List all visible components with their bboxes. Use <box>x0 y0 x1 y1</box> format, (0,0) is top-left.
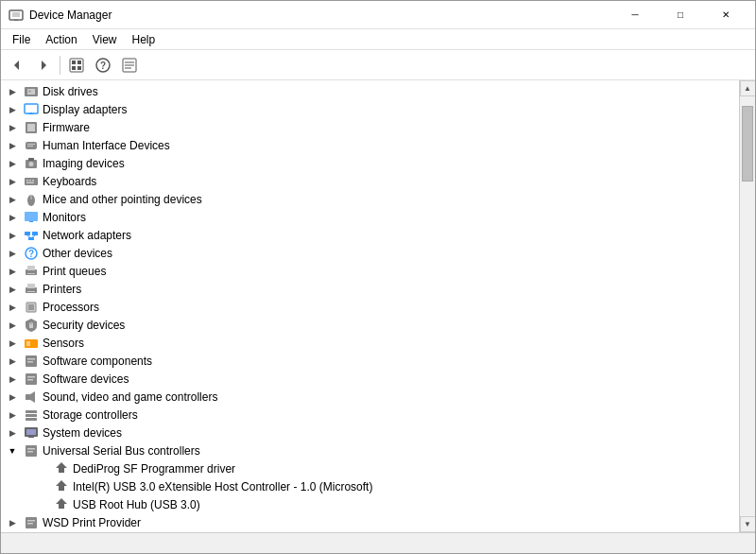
expand-arrow[interactable]: ▶ <box>5 407 20 423</box>
disk-drives-label: Disk drives <box>43 85 98 98</box>
processors-icon <box>24 300 39 315</box>
svg-rect-31 <box>26 180 28 182</box>
tree-item-usb-3[interactable]: USB Root Hub (USB 3.0) <box>1 495 739 513</box>
expand-arrow[interactable]: ▶ <box>5 425 20 441</box>
svg-rect-71 <box>26 429 36 435</box>
sound-icon <box>24 390 39 405</box>
tree-view-button[interactable] <box>64 53 89 78</box>
svg-rect-1 <box>12 12 20 17</box>
tree-item-software-devices[interactable]: ▶Software devices <box>1 370 739 388</box>
toolbar: ? <box>1 50 755 80</box>
tree-item-keyboards[interactable]: ▶Keyboards <box>1 172 739 190</box>
tree-item-storage[interactable]: ▶Storage controllers <box>1 406 739 424</box>
usb-icon <box>24 443 39 459</box>
tree-item-imaging[interactable]: ▶Imaging devices <box>1 154 739 172</box>
tree-item-sound[interactable]: ▶Sound, video and game controllers <box>1 388 739 406</box>
tree-item-processors[interactable]: ▶Processors <box>1 298 739 316</box>
expand-arrow[interactable]: ▶ <box>5 210 20 225</box>
tree-panel[interactable]: ▶Disk drives▶Display adapters▶Firmware▶H… <box>1 80 739 532</box>
expand-arrow[interactable] <box>35 461 50 476</box>
usb-3-icon <box>54 497 69 512</box>
tree-item-monitors[interactable]: ▶Monitors <box>1 208 739 226</box>
tree-item-print-queues[interactable]: ▶Print queues <box>1 262 739 280</box>
tree-item-usb-2[interactable]: Intel(R) USB 3.0 eXtensible Host Control… <box>1 477 739 495</box>
mice-label: Mice and other pointing devices <box>43 193 202 206</box>
menu-help[interactable]: Help <box>125 31 163 48</box>
processors-label: Processors <box>43 301 99 314</box>
usb-1-label: DediProg SF Programmer driver <box>73 462 235 476</box>
expand-arrow[interactable] <box>35 479 50 494</box>
svg-rect-39 <box>25 232 30 235</box>
expand-arrow[interactable]: ▶ <box>5 354 20 369</box>
expand-arrow[interactable]: ▶ <box>5 246 20 261</box>
tree-item-printers[interactable]: ▶Printers <box>1 280 739 298</box>
svg-rect-25 <box>27 144 35 145</box>
expand-arrow[interactable]: ▶ <box>5 84 20 99</box>
svg-rect-6 <box>72 61 76 64</box>
keyboards-icon <box>24 174 39 189</box>
expand-arrow[interactable]: ▶ <box>5 192 20 207</box>
storage-label: Storage controllers <box>43 408 138 422</box>
vertical-scrollbar[interactable]: ▲ ▼ <box>739 80 755 532</box>
forward-button[interactable] <box>31 53 56 78</box>
svg-rect-23 <box>27 124 35 131</box>
svg-rect-50 <box>27 284 35 288</box>
tree-item-wsd[interactable]: ▶WSD Print Provider <box>1 513 739 531</box>
expand-arrow[interactable]: ▶ <box>5 102 20 117</box>
tree-item-usb-1[interactable]: DediProg SF Programmer driver <box>1 459 739 477</box>
expand-arrow[interactable]: ▶ <box>5 120 20 135</box>
tree-item-other[interactable]: ▶?Other devices <box>1 244 739 262</box>
expand-arrow[interactable]: ▶ <box>5 372 20 387</box>
tree-item-usb[interactable]: ▼Universal Serial Bus controllers <box>1 441 739 459</box>
expand-arrow[interactable]: ▶ <box>5 282 20 297</box>
properties-button[interactable] <box>117 53 142 78</box>
maximize-button[interactable]: □ <box>659 1 702 29</box>
help-button[interactable]: ? <box>91 53 115 78</box>
expand-arrow[interactable]: ▶ <box>5 174 20 189</box>
scroll-track[interactable] <box>740 96 755 516</box>
back-button[interactable] <box>5 53 29 78</box>
tree-item-display-adapters[interactable]: ▶Display adapters <box>1 100 739 118</box>
svg-rect-77 <box>27 523 33 525</box>
close-button[interactable]: ✕ <box>704 1 747 29</box>
svg-rect-9 <box>77 66 81 70</box>
svg-rect-48 <box>27 273 35 274</box>
svg-rect-70 <box>28 437 34 438</box>
expand-arrow[interactable]: ▶ <box>5 228 20 243</box>
svg-rect-38 <box>29 221 33 222</box>
expand-arrow[interactable]: ▶ <box>5 515 20 530</box>
svg-text:?: ? <box>28 249 34 259</box>
expand-arrow[interactable]: ▶ <box>5 138 20 153</box>
tree-item-network[interactable]: ▶Network adapters <box>1 226 739 244</box>
display-adapters-icon <box>24 102 39 117</box>
expand-arrow[interactable]: ▶ <box>5 318 20 333</box>
expand-arrow[interactable]: ▶ <box>5 264 20 279</box>
tree-item-software-components[interactable]: ▶Software components <box>1 352 739 370</box>
menu-action[interactable]: Action <box>38 31 84 48</box>
tree-item-mice[interactable]: ▶Mice and other pointing devices <box>1 190 739 208</box>
tree-item-disk-drives[interactable]: ▶Disk drives <box>1 82 739 100</box>
scroll-up-arrow[interactable]: ▲ <box>740 80 756 96</box>
tree-item-hid[interactable]: ▶Human Interface Devices <box>1 136 739 154</box>
expand-arrow[interactable] <box>35 497 50 512</box>
forward-icon <box>37 59 50 72</box>
imaging-label: Imaging devices <box>43 157 125 170</box>
scroll-thumb[interactable] <box>742 106 753 182</box>
tree-item-system[interactable]: ▶System devices <box>1 424 739 441</box>
tree-item-security[interactable]: ▶Security devices <box>1 316 739 334</box>
expand-arrow[interactable]: ▶ <box>5 390 20 405</box>
menu-file[interactable]: File <box>5 31 38 48</box>
menu-view[interactable]: View <box>85 31 125 48</box>
network-label: Network adapters <box>43 229 131 242</box>
tree-item-firmware[interactable]: ▶Firmware <box>1 118 739 136</box>
svg-rect-26 <box>27 146 33 147</box>
expand-arrow[interactable]: ▶ <box>5 336 20 351</box>
scroll-down-arrow[interactable]: ▼ <box>740 516 756 532</box>
expand-arrow[interactable]: ▶ <box>5 300 20 315</box>
display-adapters-label: Display adapters <box>43 103 127 116</box>
tree-item-sensors[interactable]: ▶Sensors <box>1 334 739 352</box>
svg-rect-30 <box>25 178 38 185</box>
expand-arrow[interactable]: ▼ <box>5 443 20 459</box>
expand-arrow[interactable]: ▶ <box>5 156 20 171</box>
minimize-button[interactable]: ─ <box>613 1 657 29</box>
